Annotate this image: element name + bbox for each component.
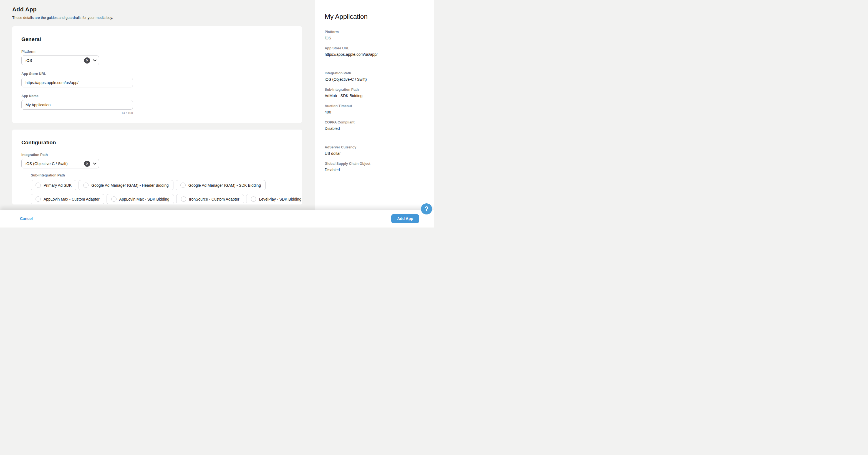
sub-integration-option[interactable]: LevelPlay - SDK Bidding — [246, 194, 302, 204]
summary-item-value: Disabled — [325, 126, 427, 131]
radio-icon[interactable] — [35, 183, 41, 188]
app-name-input[interactable] — [21, 100, 133, 109]
summary-item-label: Integration Path — [325, 71, 427, 75]
app-store-url-field: App Store URL — [21, 72, 293, 87]
clear-icon[interactable]: ✕ — [84, 58, 90, 64]
summary-item-value: AdMob - SDK Bidding — [325, 94, 427, 98]
summary-item: Global Supply Chain ObjectDisabled — [325, 162, 427, 172]
sub-integration-option[interactable]: AppLovin Max - SDK Bidding — [106, 194, 174, 204]
sub-integration-option[interactable]: Primary Ad SDK — [31, 180, 76, 190]
general-card: General Platform iOS ✕ App Store URL App… — [12, 26, 302, 123]
sub-integration-options: Primary Ad SDKGoogle Ad Manager (GAM) - … — [31, 180, 293, 204]
summary-item-label: App Store URL — [325, 46, 427, 50]
integration-path-select[interactable]: iOS (Objective-C / Swift) ✕ — [21, 159, 99, 168]
app-name-label: App Name — [21, 94, 293, 98]
sub-integration-option-label: IronSource - Custom Adapter — [189, 197, 239, 201]
summary-item-value: iOS — [325, 36, 427, 40]
platform-select-value: iOS — [26, 58, 84, 63]
page-title: Add App — [12, 6, 302, 13]
summary-item-label: Global Supply Chain Object — [325, 162, 427, 166]
platform-select[interactable]: iOS ✕ — [21, 56, 99, 65]
summary-item-label: Auction Timeout — [325, 104, 427, 108]
sub-integration-option-label: Google Ad Manager (GAM) - SDK Bidding — [188, 183, 261, 188]
summary-divider — [325, 138, 427, 138]
clear-icon[interactable]: ✕ — [84, 161, 90, 167]
sub-integration-option-label: Google Ad Manager (GAM) - Header Bidding — [91, 183, 169, 188]
configuration-heading: Configuration — [21, 139, 293, 145]
summary-item: App Store URLhttps://apps.apple.com/us/a… — [325, 46, 427, 57]
summary-item-label: Platform — [325, 30, 427, 34]
integration-path-select-value: iOS (Objective-C / Swift) — [26, 161, 84, 166]
app-store-url-label: App Store URL — [21, 72, 293, 76]
sub-integration-option-label: LevelPlay - SDK Bidding — [259, 197, 301, 201]
add-app-form-area: Add App These details are the guides and… — [0, 0, 315, 228]
cancel-button[interactable]: Cancel — [20, 217, 33, 221]
summary-item-value: 400 — [325, 110, 427, 114]
summary-item-label: AdServer Currency — [325, 145, 427, 149]
platform-field: Platform iOS ✕ — [21, 50, 293, 65]
summary-item-value: US dollar — [325, 151, 427, 156]
radio-icon[interactable] — [83, 183, 89, 188]
page-subtitle: These details are the guides and guardra… — [12, 15, 302, 20]
summary-item-value: Disabled — [325, 168, 427, 172]
sub-integration-row: AppLovin Max - Custom AdapterAppLovin Ma… — [31, 194, 293, 204]
summary-sections: PlatformiOSApp Store URLhttps://apps.app… — [325, 30, 427, 172]
chevron-down-icon — [93, 161, 97, 165]
integration-path-label: Integration Path — [21, 153, 293, 157]
sub-integration-option-label: AppLovin Max - SDK Bidding — [119, 197, 169, 201]
radio-icon[interactable] — [111, 196, 117, 202]
question-mark-icon: ? — [425, 205, 429, 213]
help-button[interactable]: ? — [421, 203, 432, 215]
sub-integration-option[interactable]: AppLovin Max - Custom Adapter — [31, 194, 104, 204]
sub-integration-option[interactable]: Google Ad Manager (GAM) - SDK Bidding — [176, 180, 266, 190]
platform-label: Platform — [21, 50, 293, 54]
summary-item: PlatformiOS — [325, 30, 427, 40]
summary-item-label: Sub-Integration Path — [325, 88, 427, 92]
sub-integration-row: Primary Ad SDKGoogle Ad Manager (GAM) - … — [31, 180, 293, 190]
chevron-down-icon — [93, 58, 97, 62]
radio-icon[interactable] — [181, 196, 186, 202]
summary-section: AdServer CurrencyUS dollarGlobal Supply … — [325, 145, 427, 172]
sub-integration-block: Sub-Integration Path Primary Ad SDKGoogl… — [26, 173, 293, 204]
general-heading: General — [21, 36, 293, 42]
summary-divider — [325, 64, 427, 64]
app-store-url-input[interactable] — [21, 78, 133, 87]
integration-path-field: Integration Path iOS (Objective-C / Swif… — [21, 153, 293, 168]
summary-item-value: iOS (Objective-C / Swift) — [325, 77, 427, 82]
summary-item-value: https://apps.apple.com/us/app/ — [325, 52, 427, 57]
radio-icon[interactable] — [180, 183, 186, 188]
add-app-button[interactable]: Add App — [391, 214, 419, 223]
app-name-field: App Name 14 / 100 — [21, 94, 293, 115]
summary-item: COPPA CompliantDisabled — [325, 121, 427, 131]
summary-item-label: COPPA Compliant — [325, 121, 427, 124]
char-counter: 14 / 100 — [21, 111, 133, 115]
radio-icon[interactable] — [35, 196, 41, 202]
sub-integration-option-label: AppLovin Max - Custom Adapter — [43, 197, 100, 201]
summary-item: AdServer CurrencyUS dollar — [325, 145, 427, 156]
configuration-card: Configuration Integration Path iOS (Obje… — [12, 130, 302, 204]
sub-integration-option[interactable]: IronSource - Custom Adapter — [176, 194, 244, 204]
summary-item: Sub-Integration PathAdMob - SDK Bidding — [325, 88, 427, 98]
summary-section: PlatformiOSApp Store URLhttps://apps.app… — [325, 30, 427, 57]
sub-integration-label: Sub-Integration Path — [31, 173, 293, 177]
summary-item: Auction Timeout400 — [325, 104, 427, 114]
summary-item: Integration PathiOS (Objective-C / Swift… — [325, 71, 427, 82]
summary-panel: My Application PlatformiOSApp Store URLh… — [315, 0, 434, 228]
radio-icon[interactable] — [251, 196, 256, 202]
bottom-action-bar: Cancel Add App — [0, 210, 434, 228]
sub-integration-option-label: Primary Ad SDK — [43, 183, 71, 188]
summary-section: Integration PathiOS (Objective-C / Swift… — [325, 71, 427, 131]
sub-integration-option[interactable]: Google Ad Manager (GAM) - Header Bidding — [79, 180, 174, 190]
summary-title: My Application — [325, 13, 427, 21]
